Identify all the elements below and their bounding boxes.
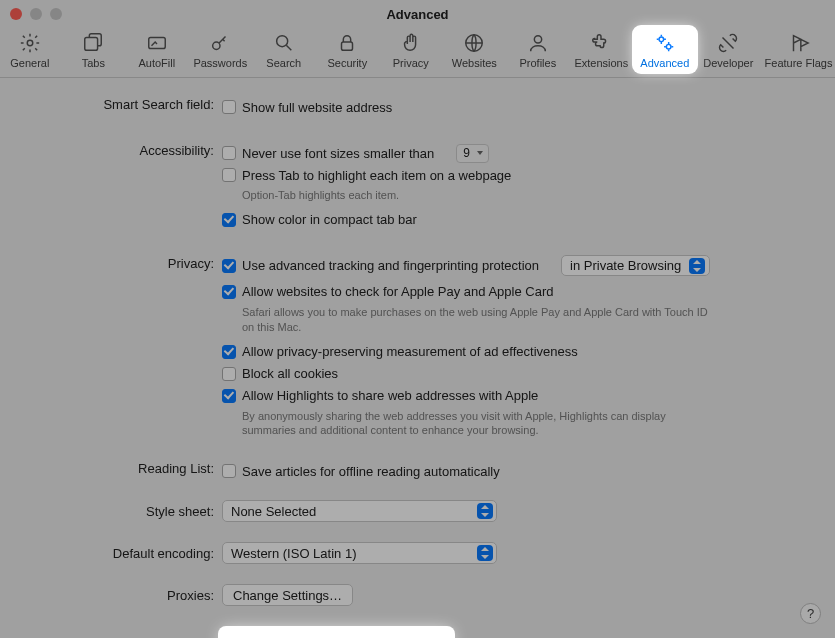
change-proxies-button[interactable]: Change Settings… xyxy=(222,584,353,606)
apple-pay-checkbox[interactable] xyxy=(222,285,236,299)
min-font-checkbox[interactable] xyxy=(222,146,236,160)
window-title: Advanced xyxy=(0,0,835,24)
press-tab-label: Press Tab to highlight each item on a we… xyxy=(242,168,511,183)
updown-icon xyxy=(477,545,493,561)
tools-icon xyxy=(717,32,739,54)
svg-rect-5 xyxy=(342,42,353,50)
lock-icon xyxy=(336,32,358,54)
tracking-label: Use advanced tracking and fingerprinting… xyxy=(242,258,539,273)
svg-point-4 xyxy=(276,36,287,47)
tab-passwords[interactable]: Passwords xyxy=(191,28,251,71)
apple-pay-hint: Safari allows you to make purchases on t… xyxy=(242,305,722,335)
highlights-label: Allow Highlights to share web addresses … xyxy=(242,388,538,403)
ad-measure-label: Allow privacy-preserving measurement of … xyxy=(242,344,578,359)
press-tab-hint: Option-Tab highlights each item. xyxy=(242,188,722,203)
tab-label: Security xyxy=(327,57,367,69)
highlights-checkbox[interactable] xyxy=(222,389,236,403)
tab-developer[interactable]: Developer xyxy=(699,28,759,71)
min-font-size-select[interactable]: 9 xyxy=(456,144,489,163)
tab-label: Extensions xyxy=(574,57,628,69)
help-button[interactable]: ? xyxy=(800,603,821,624)
tab-feature-flags[interactable]: Feature Flags xyxy=(762,28,835,71)
tabs-icon xyxy=(82,32,104,54)
offline-reading-checkbox[interactable] xyxy=(222,464,236,478)
proxies-label: Proxies: xyxy=(40,584,222,603)
tab-profiles[interactable]: Profiles xyxy=(508,28,568,71)
preferences-toolbar: General Tabs AutoFill Passwords Search S… xyxy=(0,24,835,78)
tracking-checkbox[interactable] xyxy=(222,259,236,273)
stylesheet-select[interactable]: None Selected xyxy=(222,500,497,522)
privacy-label: Privacy: xyxy=(40,255,222,271)
tab-extensions[interactable]: Extensions xyxy=(572,28,632,71)
tab-websites[interactable]: Websites xyxy=(445,28,505,71)
tab-label: Privacy xyxy=(393,57,429,69)
compact-color-label: Show color in compact tab bar xyxy=(242,212,417,227)
settings-content: Smart Search field: Show full website ad… xyxy=(0,78,835,638)
svg-point-8 xyxy=(659,37,664,42)
min-font-label: Never use font sizes smaller than xyxy=(242,146,434,161)
tab-label: Tabs xyxy=(82,57,105,69)
encoding-select[interactable]: Western (ISO Latin 1) xyxy=(222,542,497,564)
tracking-scope-select[interactable]: in Private Browsing xyxy=(561,255,710,276)
block-cookies-checkbox[interactable] xyxy=(222,367,236,381)
zoom-window-button[interactable] xyxy=(50,8,62,20)
tab-label: General xyxy=(10,57,49,69)
block-cookies-label: Block all cookies xyxy=(242,366,338,381)
tab-autofill[interactable]: AutoFill xyxy=(127,28,187,71)
flags-icon xyxy=(788,32,810,54)
tab-label: Passwords xyxy=(193,57,247,69)
svg-point-7 xyxy=(534,36,541,43)
smart-search-label: Smart Search field: xyxy=(40,96,222,112)
tab-security[interactable]: Security xyxy=(318,28,378,71)
updown-icon xyxy=(689,258,705,274)
tab-search[interactable]: Search xyxy=(254,28,314,71)
puzzle-icon xyxy=(590,32,612,54)
apple-pay-label: Allow websites to check for Apple Pay an… xyxy=(242,284,553,299)
compact-color-checkbox[interactable] xyxy=(222,213,236,227)
gears-icon xyxy=(654,32,676,54)
tab-label: Feature Flags xyxy=(765,57,833,69)
tab-label: Search xyxy=(266,57,301,69)
updown-icon xyxy=(477,503,493,519)
tab-advanced[interactable]: Advanced xyxy=(635,28,695,71)
encoding-label: Default encoding: xyxy=(40,542,222,561)
stylesheet-label: Style sheet: xyxy=(40,500,222,519)
tab-label: Developer xyxy=(703,57,753,69)
globe-icon xyxy=(463,32,485,54)
window-controls xyxy=(10,8,62,20)
hand-icon xyxy=(400,32,422,54)
person-icon xyxy=(527,32,549,54)
highlights-hint: By anonymously sharing the web addresses… xyxy=(242,409,722,439)
tab-privacy[interactable]: Privacy xyxy=(381,28,441,71)
tab-tabs[interactable]: Tabs xyxy=(64,28,124,71)
svg-rect-1 xyxy=(85,38,98,51)
search-icon xyxy=(273,32,295,54)
svg-point-3 xyxy=(213,42,220,49)
show-full-address-checkbox[interactable] xyxy=(222,100,236,114)
gear-icon xyxy=(19,32,41,54)
key-icon xyxy=(209,32,231,54)
svg-point-9 xyxy=(666,44,671,49)
tab-label: Websites xyxy=(452,57,497,69)
tab-general[interactable]: General xyxy=(0,28,60,71)
ad-measure-checkbox[interactable] xyxy=(222,345,236,359)
pencil-icon xyxy=(146,32,168,54)
svg-point-0 xyxy=(27,40,33,46)
show-full-address-label: Show full website address xyxy=(242,100,392,115)
reading-list-label: Reading List: xyxy=(40,460,222,476)
accessibility-label: Accessibility: xyxy=(40,142,222,158)
tab-label: AutoFill xyxy=(138,57,175,69)
offline-reading-label: Save articles for offline reading automa… xyxy=(242,464,500,479)
minimize-window-button[interactable] xyxy=(30,8,42,20)
tab-label: Advanced xyxy=(640,57,689,69)
press-tab-checkbox[interactable] xyxy=(222,168,236,182)
close-window-button[interactable] xyxy=(10,8,22,20)
tab-label: Profiles xyxy=(519,57,556,69)
